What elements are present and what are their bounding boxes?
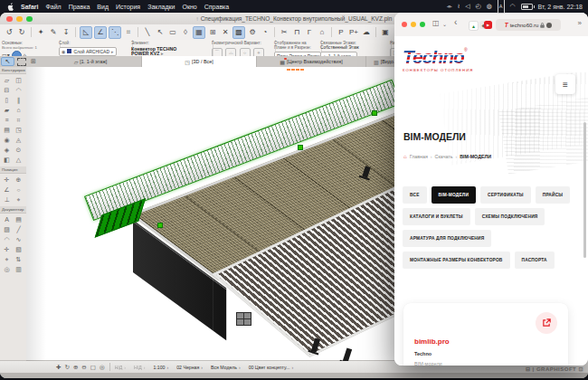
volume-icon[interactable]: ◁	[465, 0, 469, 13]
delete-x-icon[interactable]: ✕	[220, 27, 231, 38]
label-tool-icon[interactable]: ▤	[13, 214, 24, 224]
wifi-icon[interactable]: ◠	[510, 0, 516, 13]
radial-dimension-icon[interactable]: ⌔	[13, 185, 24, 195]
trim-scissors-icon[interactable]: ✂	[279, 27, 289, 38]
sidebar-icon[interactable]: ◫	[432, 19, 440, 27]
arrow-tool-icon[interactable]: ↖	[1, 57, 14, 66]
clock-icon[interactable]: ◔	[260, 27, 270, 38]
menu-item[interactable]: История	[116, 4, 140, 10]
selection-hotspot[interactable]	[298, 145, 303, 150]
menu-item[interactable]: Окно	[182, 4, 196, 10]
pan-icon[interactable]: ✚	[56, 364, 61, 371]
undo-icon[interactable]: ↺	[4, 27, 14, 38]
filter-chip[interactable]: КАТАЛОГИ И БУКЛЕТЫ	[403, 208, 470, 225]
time-machine-icon[interactable]: ◴	[476, 0, 481, 13]
worksheet-tool-icon[interactable]: ▥	[13, 264, 24, 274]
spline-tool-icon[interactable]: ∿	[13, 234, 24, 244]
zoom-button[interactable]	[420, 22, 425, 27]
shield-icon[interactable]: ◍	[487, 0, 492, 13]
toolbox-section-document[interactable]: Документир	[0, 206, 26, 214]
p-plus-icon[interactable]: P+	[348, 27, 359, 38]
filter-chip[interactable]: АРМАТУРА ДЛЯ ПОДКЛЮЧЕНИЯ	[403, 230, 491, 247]
chevron-down-icon[interactable]: ⌄	[442, 21, 447, 27]
address-bar[interactable]: T techno60.ru	[496, 19, 561, 31]
card-link[interactable]: bimlib.pro	[414, 337, 450, 346]
arc-tool-icon[interactable]: ◠	[1, 234, 13, 244]
lamp-tool-icon[interactable]: ◉	[1, 135, 13, 145]
tab-interaction-center[interactable]: ▦ [Центр Взаимодействия]	[257, 56, 366, 67]
quick-options-dropdown[interactable]: Вся Модель›	[211, 365, 241, 370]
tab-overview-icon[interactable]: ⊞	[27, 56, 40, 67]
menu-item[interactable]: Правка	[69, 4, 90, 10]
roof-tool-icon[interactable]: ⌂	[13, 105, 24, 115]
home-story-icon[interactable]: ⌂	[317, 27, 327, 38]
filter-chip[interactable]: СЕРТИФИКАТЫ	[480, 186, 531, 204]
shell-tool-icon[interactable]: ◠	[13, 85, 24, 95]
selection-hotspot[interactable]	[372, 110, 377, 116]
apple-logo-icon[interactable]	[7, 3, 14, 11]
marquee-icon[interactable]: ▭	[167, 27, 178, 38]
keyboard-layout-icon[interactable]: А	[498, 0, 505, 14]
curtain-wall-tool-icon[interactable]: ▤	[1, 125, 13, 135]
menu-item[interactable]: Вид	[97, 4, 109, 10]
inject-parameters-icon[interactable]: ↧	[61, 27, 71, 38]
overflow-chevron-icon[interactable]: »	[578, 19, 582, 27]
menu-item[interactable]: Файл	[45, 4, 61, 10]
arrow-cursor-icon[interactable]: ↖	[155, 27, 166, 38]
adjust-icon[interactable]: ⊓	[291, 27, 302, 38]
zone-tool-icon[interactable]: ◳	[13, 125, 24, 135]
stair-tool-icon[interactable]: ≡	[1, 115, 13, 125]
toolbox-section-design[interactable]: Конструиров	[0, 67, 26, 74]
filter-chip[interactable]: СХЕМЫ ПОДКЛЮЧЕНИЯ	[475, 208, 545, 225]
window-tool-icon[interactable]: ⊟	[1, 85, 13, 95]
level-dimension-icon[interactable]: ⊕	[13, 175, 24, 185]
schedule-table-icon[interactable]: ⊞	[207, 27, 218, 38]
snap-grid-icon[interactable]: ⌗	[123, 27, 134, 38]
breadcrumb-download[interactable]: Скачать	[435, 154, 453, 159]
favicon-tree[interactable]: ▲	[469, 21, 479, 31]
favicon-youtube[interactable]: ▶	[484, 21, 492, 29]
back-icon[interactable]: ‹	[454, 17, 457, 27]
fit-view-icon[interactable]: ▢	[90, 364, 96, 371]
detail-tool-icon[interactable]: ◎	[1, 264, 13, 274]
mesh-tool-icon[interactable]: ◬	[13, 135, 24, 145]
text-tool-icon[interactable]: A	[1, 214, 13, 224]
redo-icon[interactable]: ↻	[16, 27, 27, 38]
hotspot-tool-icon[interactable]: ✛	[1, 244, 13, 254]
filter-chip[interactable]: ВСЕ	[403, 186, 427, 204]
door-tool-icon[interactable]: ◫	[13, 75, 24, 85]
survey-point-icon[interactable]: ⌖	[13, 195, 24, 204]
morph-tool-icon[interactable]: ◈	[1, 145, 13, 155]
orbit-icon[interactable]: ↻	[64, 364, 69, 371]
railing-tool-icon[interactable]: ⌗	[13, 115, 24, 125]
tab-floor-plan[interactable]: ▱ [1. 1-й этаж]	[40, 56, 142, 67]
magic-grid-icon[interactable]: ▩	[232, 26, 245, 39]
safari-toolbar[interactable]: ◫ ⌄ ‹ ▲ ◆ ▶ T techno60.ru »	[394, 13, 588, 37]
bluetooth-icon[interactable]: ≀	[458, 0, 460, 13]
extension-icon[interactable]	[546, 23, 552, 28]
opening-tool-icon[interactable]: ⊙	[13, 145, 24, 155]
selection-hotspot[interactable]	[157, 223, 163, 228]
filter-chip[interactable]: BIM-МОДЕЛИ	[432, 186, 476, 204]
favorites-icon[interactable]: ✦	[35, 27, 46, 38]
scrollbar[interactable]	[583, 122, 587, 258]
toolbox-section-position[interactable]: Позиция	[0, 166, 26, 174]
wall-tool-icon[interactable]: ▱	[1, 75, 13, 85]
menu-item[interactable]: Справка	[204, 4, 229, 10]
menu-clock[interactable]: Вт, 2 янв. 22:18	[538, 4, 583, 10]
menu-item[interactable]: Закладки	[147, 4, 175, 10]
section-tool-icon[interactable]: ⇅	[13, 254, 24, 264]
settings-gear-icon[interactable]: ⚙	[247, 27, 258, 38]
minimize-button[interactable]	[411, 22, 416, 27]
techno-logo[interactable]: Techno® КОНВЕКТОРЫ ОТОПЛЕНИЯ	[403, 47, 473, 72]
active-app-name[interactable]: Safari	[21, 4, 38, 10]
close-button[interactable]	[402, 22, 407, 27]
quick-options-dropdown[interactable]: Н/Д›	[115, 365, 126, 370]
tab-3d-all[interactable]: ◳ [3D / Все]	[142, 56, 257, 67]
groups-icon[interactable]: ▦	[193, 26, 205, 39]
dimension-tool-icon[interactable]: ✛	[1, 175, 13, 185]
object-tool-icon[interactable]: △	[13, 155, 24, 165]
filter-chip[interactable]: ПРАЙСЫ	[536, 186, 571, 204]
hamburger-menu-button[interactable]: ≡	[555, 74, 575, 94]
line-segment-icon[interactable]: ╲	[142, 27, 153, 38]
